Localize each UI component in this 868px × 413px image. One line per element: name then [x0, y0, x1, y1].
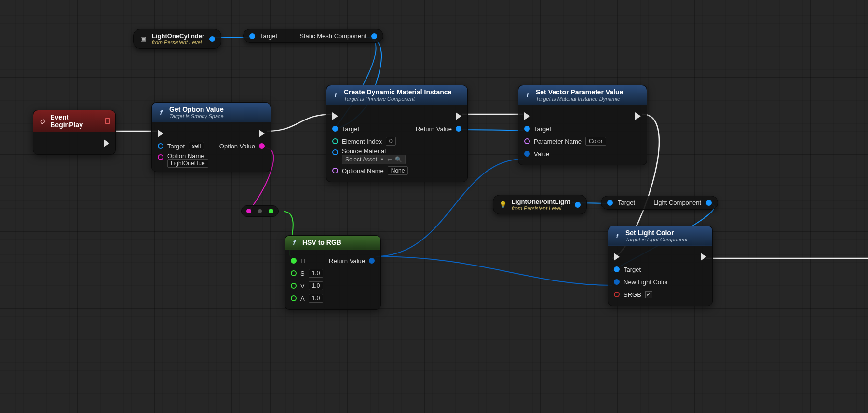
node-title: Get Option Value	[169, 106, 224, 113]
asset-find-icon[interactable]: 🔍	[395, 156, 402, 163]
pin-target[interactable]	[158, 143, 163, 149]
exec-in-pin[interactable]	[524, 112, 530, 120]
custom-event-indicator	[105, 118, 110, 124]
reroute-out-pin[interactable]	[269, 209, 273, 213]
node-title: Event BeginPlay	[50, 113, 101, 129]
output-pin[interactable]	[371, 33, 377, 39]
pin-default-value[interactable]: LightOneHue	[167, 159, 208, 168]
pin-default-value[interactable]: 1.0	[309, 269, 324, 278]
pin-new-light-color[interactable]	[614, 279, 620, 285]
pin-label: Parameter Name	[534, 138, 582, 145]
light-icon: 💡	[499, 201, 507, 209]
pin-v[interactable]	[291, 283, 297, 289]
exec-out-pin[interactable]	[104, 139, 109, 147]
pin-s[interactable]	[291, 270, 297, 276]
node-subtitle: Target is Primitive Component	[344, 96, 451, 102]
pin-default-value[interactable]: 1.0	[309, 294, 324, 303]
actor-icon: ▣	[139, 35, 147, 43]
pin-label-output: Static Mesh Component	[299, 32, 366, 40]
pin-default-value[interactable]: 1.0	[309, 281, 324, 290]
pin-srgb[interactable]	[614, 292, 620, 297]
reroute-node[interactable]	[241, 205, 279, 217]
pin-default-value[interactable]: self	[189, 142, 204, 150]
pin-target[interactable]	[614, 266, 620, 272]
event-icon: ◇	[38, 118, 46, 125]
pin-a[interactable]	[291, 295, 297, 301]
checkbox-srgb[interactable]	[645, 291, 652, 298]
exec-out-pin[interactable]	[259, 130, 265, 137]
reroute-in-pin[interactable]	[246, 209, 251, 213]
function-icon: f	[523, 92, 532, 99]
var-subtitle: from Persistent Level	[512, 205, 570, 211]
exec-in-pin[interactable]	[614, 253, 620, 261]
exec-out-pin[interactable]	[701, 253, 706, 261]
function-icon: f	[157, 109, 165, 116]
function-icon: f	[331, 92, 340, 99]
node-set-light-color[interactable]: f Set Light Color Target is Light Compon…	[608, 226, 713, 306]
pin-label: S	[300, 270, 305, 277]
function-icon: f	[290, 239, 298, 246]
node-create-dynamic-material-instance[interactable]: f Create Dynamic Material Instance Targe…	[326, 85, 468, 182]
var-light-one-cylinder[interactable]: ▣ LightOneCylinder from Persistent Level	[133, 29, 221, 49]
node-set-vector-parameter-value[interactable]: f Set Vector Parameter Value Target is M…	[518, 85, 647, 165]
pin-label: Return Value	[416, 125, 452, 133]
node-title: HSV to RGB	[302, 239, 341, 246]
var-title: LightOneCylinder	[152, 32, 204, 40]
pin-label: V	[300, 282, 305, 290]
node-subtitle: Target is Light Component	[625, 237, 688, 242]
pin-label: Source Material	[342, 147, 406, 155]
node-event-begin-play[interactable]: ◇ Event BeginPlay	[33, 110, 116, 155]
pin-parameter-name[interactable]	[524, 138, 530, 144]
input-pin-target[interactable]	[607, 200, 613, 206]
node-subtitle: Target is Material Instance Dynamic	[536, 96, 623, 102]
exec-out-pin[interactable]	[635, 112, 641, 120]
pin-default-value[interactable]: Color	[585, 137, 606, 146]
pin-label: H	[300, 257, 305, 265]
output-pin[interactable]	[575, 202, 581, 208]
pin-label: Target	[624, 266, 641, 273]
pin-return-value[interactable]	[369, 258, 375, 264]
pin-label: Option Value	[219, 143, 255, 150]
exec-out-pin[interactable]	[456, 112, 461, 120]
input-pin-target[interactable]	[249, 33, 255, 39]
node-title: Create Dynamic Material Instance	[344, 88, 451, 96]
pin-value[interactable]	[524, 151, 530, 157]
pin-optional-name[interactable]	[332, 168, 338, 173]
pin-return-value[interactable]	[456, 126, 461, 132]
var-title: LightOnePointLight	[512, 198, 570, 205]
pin-label: Element Index	[342, 138, 382, 145]
pin-target[interactable]	[524, 126, 530, 132]
pin-label-target: Target	[260, 32, 277, 40]
pin-label: New Light Color	[624, 279, 668, 286]
pin-option-name[interactable]	[158, 154, 163, 160]
var-light-one-point-light[interactable]: 💡 LightOnePointLight from Persistent Lev…	[493, 195, 587, 214]
wire-layer	[0, 0, 868, 413]
pin-source-material[interactable]	[332, 149, 338, 155]
pin-target[interactable]	[332, 126, 338, 132]
output-pin[interactable]	[706, 200, 712, 206]
pin-label: Return Value	[329, 257, 365, 265]
pin-label-target: Target	[618, 199, 635, 206]
exec-in-pin[interactable]	[332, 112, 338, 120]
pin-element-index[interactable]	[332, 138, 338, 144]
node-get-option-value[interactable]: f Get Option Value Target is Smoky Space…	[151, 102, 271, 172]
pin-label: A	[300, 295, 305, 302]
asset-picker[interactable]: Select Asset ▼ ⇐ 🔍	[342, 155, 406, 164]
get-static-mesh-component[interactable]: Target Static Mesh Component	[243, 29, 383, 43]
pin-h[interactable]	[291, 258, 297, 264]
pin-label: Target	[342, 125, 359, 133]
pin-label: Option Name	[167, 152, 208, 160]
pin-label: SRGB	[624, 291, 641, 298]
output-pin[interactable]	[209, 36, 215, 42]
pin-default-value[interactable]: None	[388, 166, 408, 175]
node-hsv-to-rgb[interactable]: f HSV to RGB H Return Value S 1.0 V	[285, 235, 381, 310]
pin-label: Target	[534, 125, 551, 133]
asset-browse-icon[interactable]: ⇐	[387, 156, 392, 163]
reroute-knot-icon	[258, 209, 262, 213]
pin-label: Target	[167, 143, 185, 150]
pin-option-value[interactable]	[259, 143, 265, 149]
asset-picker-label: Select Asset	[345, 156, 377, 163]
pin-default-value[interactable]: 0	[386, 137, 396, 146]
get-light-component[interactable]: Target Light Component	[601, 196, 718, 210]
exec-in-pin[interactable]	[158, 130, 163, 137]
